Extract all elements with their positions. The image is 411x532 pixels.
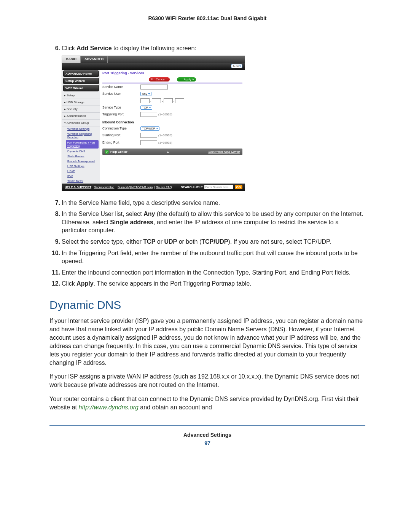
step-text: In the Triggering Port field, enter the … — [62, 249, 365, 265]
footer-page-number: 97 — [49, 440, 365, 446]
step-number: 9. — [49, 238, 62, 246]
step-number: 11. — [49, 268, 62, 277]
help-icon: ? — [105, 150, 109, 154]
t: In the Service User list, select — [62, 211, 143, 217]
sub-dynamic-dns[interactable]: Dynamic DNS — [62, 149, 100, 154]
t: Single address — [110, 219, 153, 225]
label-service-user: Service User — [102, 92, 140, 96]
document-header: R6300 WiFi Router 802.11ac Dual Band Gig… — [49, 15, 365, 21]
search-help-label: SEARCH HELP — [181, 185, 202, 189]
label-starting-port: Starting Port — [102, 133, 140, 137]
step-number: 6. — [49, 44, 62, 53]
sidebar-advanced-setup[interactable]: Advanced Setup — [62, 120, 100, 126]
ip-octet-2[interactable] — [152, 98, 161, 103]
input-triggering-port[interactable] — [140, 112, 157, 117]
section-inbound: Inbound Connection — [102, 119, 242, 125]
help-center-bar[interactable]: ?Help Center ▴ Show/Hide Help Center — [102, 149, 242, 155]
label-service-type: Service Type — [102, 105, 140, 109]
select-connection-type[interactable]: TCP/UDP — [140, 126, 159, 131]
t: TCP — [143, 238, 155, 245]
select-service-type[interactable]: TCP — [140, 105, 152, 110]
sub-static-routes[interactable]: Static Routes — [62, 154, 100, 159]
sidebar-usb-storage[interactable]: USB Storage — [62, 99, 100, 106]
sidebar: ADVANCED Home Setup Wizard WPS Wizard Se… — [62, 70, 100, 184]
step-text: In the Service User list, select Any (th… — [62, 210, 365, 235]
sidebar-administration[interactable]: Administration — [62, 113, 100, 120]
sub-usb-settings[interactable]: USB Settings — [62, 164, 100, 169]
step-text: Select the service type, either TCP or U… — [62, 238, 365, 246]
help-support-label: HELP & SUPPORT — [65, 185, 91, 189]
label-triggering-port: Triggering Port — [102, 112, 140, 116]
label-connection-type: Connection Type — [102, 126, 140, 130]
t: to display the following screen: — [112, 45, 196, 51]
t: Apply — [76, 280, 93, 287]
sub-ipv6[interactable]: IPv6 — [62, 174, 100, 179]
tab-basic[interactable]: BASIC — [62, 56, 81, 63]
select-service-user[interactable]: Any — [140, 92, 151, 96]
dyndns-link[interactable]: http://www.dyndns.org — [78, 404, 138, 411]
help-toggle-link[interactable]: Show/Hide Help Center — [208, 150, 240, 153]
t: Select the service type, either — [62, 238, 143, 245]
link-router-faq[interactable]: Router FAQ — [156, 185, 172, 189]
ip-octet-3[interactable] — [164, 98, 173, 103]
sidebar-setup-wizard[interactable]: Setup Wizard — [63, 78, 99, 84]
sub-wireless-repeating[interactable]: Wireless Repeating Function — [62, 131, 100, 140]
tab-spacer — [108, 56, 245, 63]
sub-wireless-settings[interactable]: Wireless Settings — [62, 126, 100, 131]
link-support[interactable]: Support@NETGEAR.com — [118, 185, 153, 189]
link-documentation[interactable]: Documentation — [94, 185, 115, 189]
input-starting-port[interactable] — [140, 133, 157, 138]
t: TCP/UDP — [201, 238, 228, 245]
go-button[interactable]: GO — [235, 185, 242, 189]
step-text: Click Apply. The service appears in the … — [62, 280, 365, 288]
sidebar-advanced-home[interactable]: ADVANCED Home — [63, 70, 99, 77]
sidebar-wps-wizard[interactable]: WPS Wizard — [63, 85, 99, 91]
t: Any — [143, 211, 155, 217]
label-ending-port: Ending Port — [102, 141, 140, 144]
step-number: 7. — [49, 199, 62, 207]
t: or both ( — [177, 238, 201, 245]
ip-octet-1[interactable] — [140, 98, 150, 103]
t: Click — [62, 280, 76, 287]
range-hint: (1~65535) — [158, 134, 172, 137]
section-heading: Dynamic DNS — [49, 299, 365, 312]
router-ui-screenshot: BASIC ADVANCED Auto ADVANCED Home Setup … — [62, 56, 245, 191]
button-row: Cancel Apply — [102, 76, 242, 83]
footer-chapter: Advanced Settings — [49, 432, 365, 438]
toolbar: Auto — [62, 63, 245, 70]
t: . The service appears in the Port Trigge… — [94, 280, 252, 287]
sub-upnp[interactable]: UPnP — [62, 169, 100, 174]
t: and obtain an account and — [139, 404, 212, 411]
ip-octet-4[interactable] — [175, 98, 184, 103]
apply-button[interactable]: Apply — [177, 77, 196, 81]
sub-traffic-meter[interactable]: Traffic Meter — [62, 179, 100, 184]
tab-advanced[interactable]: ADVANCED — [81, 56, 108, 63]
search-input[interactable]: Enter Search Item — [204, 185, 233, 189]
paragraph: If your Internet service provider (ISP) … — [49, 317, 365, 367]
sidebar-security[interactable]: Security — [62, 106, 100, 113]
input-service-name[interactable] — [140, 85, 168, 89]
refresh-select[interactable]: Auto — [231, 64, 242, 68]
paragraph: If your ISP assigns a private WAN IP add… — [49, 372, 365, 389]
t: Add Service — [76, 45, 112, 51]
t: UDP — [164, 238, 177, 245]
sub-remote-management[interactable]: Remote Management — [62, 159, 100, 164]
cancel-button[interactable]: Cancel — [149, 77, 170, 81]
step-number: 12. — [49, 280, 62, 288]
range-hint: (1~65535) — [158, 113, 172, 116]
t: or — [155, 238, 164, 245]
t: Click — [62, 45, 76, 51]
step-text: In the Service Name field, type a descri… — [62, 199, 365, 207]
tab-row: BASIC ADVANCED — [62, 56, 245, 63]
step-text: Enter the inbound connection port inform… — [62, 268, 365, 277]
input-ending-port[interactable] — [140, 140, 157, 145]
main-panel: Port Triggering - Services Cancel Apply … — [100, 70, 245, 184]
footer-bar: HELP & SUPPORT Documentation | Support@N… — [62, 184, 245, 191]
divider — [49, 425, 365, 426]
range-hint: (1~65535) — [158, 141, 172, 144]
chevron-up-icon: ▴ — [167, 150, 169, 153]
step-text: Click Add Service to display the followi… — [62, 44, 365, 53]
sub-port-forwarding[interactable]: Port Forwarding / Port Triggering — [66, 140, 99, 149]
sidebar-setup[interactable]: Setup — [62, 92, 100, 99]
paragraph: Your router contains a client that can c… — [49, 395, 365, 412]
